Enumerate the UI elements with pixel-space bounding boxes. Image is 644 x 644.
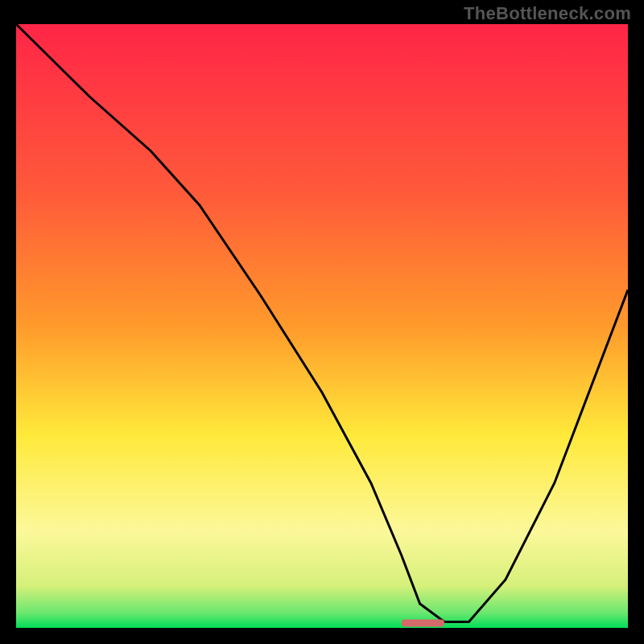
- chart-frame: TheBottleneck.com: [0, 0, 644, 644]
- watermark-text: TheBottleneck.com: [464, 3, 631, 24]
- plot-area: [16, 24, 628, 628]
- chart-svg: [16, 24, 628, 628]
- gradient-background: [16, 24, 628, 628]
- optimal-marker: [402, 620, 444, 627]
